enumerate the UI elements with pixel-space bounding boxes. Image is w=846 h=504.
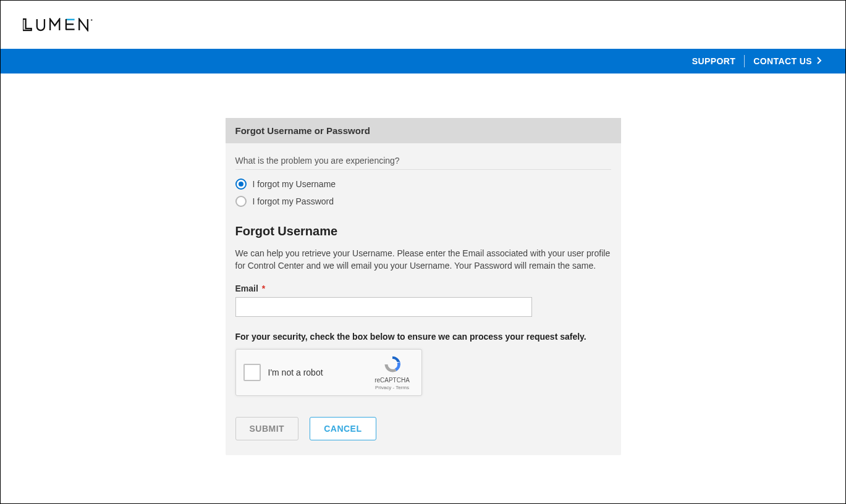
recaptcha-label: I'm not a robot [268,368,371,377]
contact-us-link[interactable]: CONTACT US [745,56,831,66]
radio-label-username: I forgot my Username [253,179,336,189]
radio-icon-unselected [235,196,247,207]
contact-us-label: CONTACT US [753,56,812,66]
support-link[interactable]: SUPPORT [683,56,744,66]
recaptcha-icon [383,355,402,374]
security-text: For your security, check the box below t… [235,332,611,342]
support-label: SUPPORT [692,56,735,66]
forgot-card: Forgot Username or Password What is the … [226,118,621,455]
button-row: SUBMIT CANCEL [235,417,611,440]
cancel-button[interactable]: CANCEL [310,417,376,440]
lumen-logo[interactable]: ® [23,18,117,32]
card-body: What is the problem you are experiencing… [226,143,621,455]
email-label-text: Email [235,284,258,293]
header: ® [1,1,845,49]
recaptcha-links[interactable]: Privacy - Terms [375,385,409,390]
recaptcha-widget: I'm not a robot reCAPTCHA Privacy - Term… [235,349,422,396]
email-label: Email * [235,284,611,293]
chevron-right-icon [817,56,822,66]
required-marker: * [262,284,265,293]
section-title: Forgot Username [235,224,611,238]
submit-button[interactable]: SUBMIT [235,417,299,440]
question-label: What is the problem you are experiencing… [235,156,611,170]
recaptcha-checkbox[interactable] [243,364,261,381]
radio-forgot-username[interactable]: I forgot my Username [235,178,611,190]
recaptcha-brand: reCAPTCHA [374,377,410,384]
radio-icon-selected [235,178,247,190]
svg-text:®: ® [91,19,93,22]
help-text: We can help you retrieve your Username. … [235,247,611,272]
card-header: Forgot Username or Password [226,118,621,143]
main-content: Forgot Username or Password What is the … [1,74,845,455]
email-field[interactable] [235,297,532,317]
radio-label-password: I forgot my Password [253,196,334,206]
radio-forgot-password[interactable]: I forgot my Password [235,196,611,207]
navbar: SUPPORT CONTACT US [1,49,845,74]
recaptcha-logo: reCAPTCHA Privacy - Terms [371,355,414,390]
